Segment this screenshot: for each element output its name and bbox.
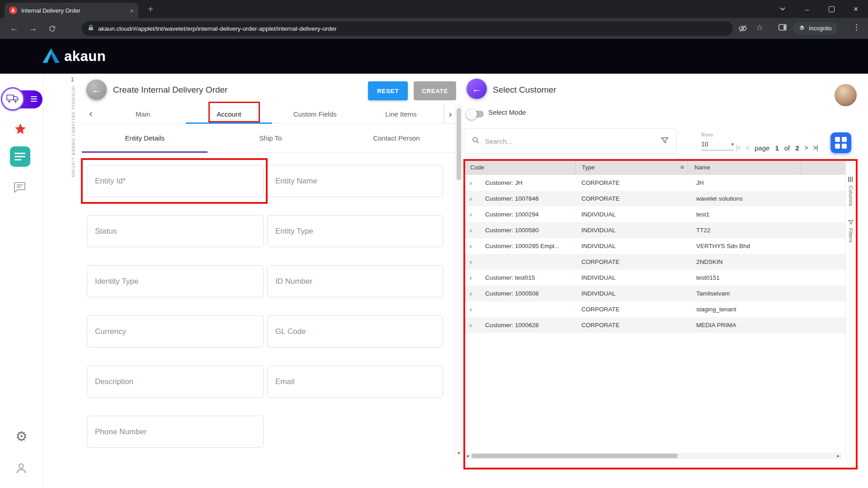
field-label: GL Code	[275, 327, 306, 336]
back-icon[interactable]: ←	[6, 21, 22, 36]
subtab-contact-person[interactable]: Contact Person	[334, 123, 459, 152]
profile-person-icon[interactable]	[15, 462, 28, 476]
form-field[interactable]: Email	[267, 366, 443, 398]
form-field[interactable]: ID Number	[267, 265, 443, 297]
list-app-icon[interactable]	[10, 146, 30, 167]
column-header-type[interactable]: Type ≡	[576, 160, 688, 175]
refresh-icon[interactable]	[44, 21, 60, 36]
row-name: staging_tenant	[688, 306, 801, 313]
next-page-icon[interactable]: >	[805, 144, 808, 151]
tab-search-chevron-icon[interactable]	[770, 0, 795, 18]
filter-icon[interactable]	[660, 136, 669, 146]
table-row[interactable]: › Customer: 1007846 CORPORATE wavelet so…	[464, 191, 845, 206]
row-expand-chevron-icon[interactable]: ›	[464, 273, 477, 282]
tab-account[interactable]: Account	[186, 104, 272, 123]
subtab-entity-details[interactable]: Entity Details	[82, 123, 208, 152]
table-row[interactable]: › Customer: 1000508 INDIVIDUAL Tamilselv…	[464, 286, 845, 301]
row-expand-chevron-icon[interactable]: ›	[464, 210, 477, 219]
page-label: page	[755, 144, 769, 152]
customer-back-button[interactable]: ←	[467, 79, 487, 99]
eye-blocked-icon[interactable]	[738, 24, 747, 33]
table-row[interactable]: › CORPORATE 2NDSKIN	[464, 254, 845, 270]
row-expand-chevron-icon[interactable]: ›	[464, 194, 477, 203]
scroll-down-icon[interactable]: ▾	[455, 450, 462, 455]
create-button[interactable]: CREATE	[414, 81, 456, 100]
table-horizontal-scrollbar[interactable]: ◂ ▸	[464, 453, 842, 459]
table-row[interactable]: › CORPORATE staging_tenant	[464, 301, 845, 317]
table-row[interactable]: › Customer: JH CORPORATE JH	[464, 175, 845, 191]
column-header-code[interactable]: Code	[464, 160, 576, 175]
columns-icon[interactable]	[848, 177, 853, 182]
address-bar[interactable]: akaun.cloud/#/applet/tnt/wavelet/erp/int…	[82, 21, 733, 36]
form-field[interactable]: Currency	[87, 315, 264, 347]
tab-main[interactable]: Main	[100, 104, 186, 123]
logo-text: akaun	[64, 48, 106, 65]
subtab-ship-to[interactable]: Ship To	[208, 123, 333, 152]
last-page-icon[interactable]: >|	[813, 144, 818, 151]
scroll-left-icon[interactable]: ◂	[465, 453, 470, 459]
scrollbar-thumb[interactable]	[472, 454, 678, 458]
scrollbar-thumb[interactable]	[457, 108, 461, 180]
tab-close-icon[interactable]: ×	[130, 7, 134, 14]
new-tab-button[interactable]: +	[144, 2, 157, 16]
table-row[interactable]: › Customer: 1000294 INDIVIDUAL test1	[464, 206, 845, 222]
tab-custom-fields[interactable]: Custom Fields	[272, 104, 358, 123]
reset-button[interactable]: RESET	[368, 81, 408, 100]
akaun-logo[interactable]: akaun	[42, 48, 106, 65]
filters-button[interactable]: Filters	[848, 228, 854, 243]
prev-page-icon[interactable]: <	[746, 144, 749, 151]
row-expand-chevron-icon[interactable]: ›	[464, 258, 477, 267]
row-expand-chevron-icon[interactable]: ›	[464, 321, 477, 330]
table-row[interactable]: › Customer: 1000580 INDIVIDUAL TT22	[464, 222, 845, 238]
maximize-button[interactable]	[819, 0, 844, 18]
tab-line-items[interactable]: Line Items	[358, 104, 444, 123]
select-mode-toggle[interactable]	[467, 111, 484, 117]
field-label: Currency	[95, 327, 126, 336]
side-panel-icon[interactable]	[778, 24, 787, 31]
form-field[interactable]: Entity Name	[267, 165, 443, 197]
listing-tab[interactable]: INTERNAL DELIVERY ORDER LISTING	[69, 86, 78, 190]
row-expand-chevron-icon[interactable]: ›	[464, 305, 477, 314]
first-page-icon[interactable]: |<	[736, 144, 741, 151]
form-back-button[interactable]: ←	[86, 80, 107, 100]
form-field[interactable]: Identity Type	[87, 265, 264, 297]
grid-view-button[interactable]	[830, 132, 851, 153]
filters-funnel-icon[interactable]	[848, 219, 854, 227]
search-input[interactable]	[484, 137, 656, 145]
table-row[interactable]: › Customer: test015 INDIVIDUAL test0151	[464, 270, 845, 286]
browser-menu-icon[interactable]: ⋮	[853, 23, 860, 32]
rows-per-page-select[interactable]: 10 ▾	[701, 138, 734, 150]
table-row[interactable]: › Customer: 1000628 CORPORATE MEDIA PRIM…	[464, 317, 845, 333]
form-field[interactable]: Entity Type	[267, 215, 443, 247]
tabs-scroll-left-icon[interactable]: ‹	[82, 104, 100, 123]
column-header-name[interactable]: Name	[688, 160, 801, 175]
toggle-knob[interactable]	[466, 109, 477, 120]
form-field[interactable]: GL Code	[267, 315, 443, 347]
minimize-button[interactable]: –	[795, 0, 819, 18]
column-menu-icon[interactable]: ≡	[680, 164, 684, 171]
scroll-right-icon[interactable]: ▸	[835, 453, 841, 459]
row-expand-chevron-icon[interactable]: ›	[464, 178, 477, 188]
form-field[interactable]: Description	[87, 366, 264, 398]
delivery-applet-icon[interactable]	[1, 87, 24, 111]
user-avatar[interactable]	[835, 84, 857, 106]
red-app-icon[interactable]	[14, 122, 27, 138]
tabs-scroll-right-icon[interactable]: ›	[444, 104, 456, 123]
row-expand-chevron-icon[interactable]: ›	[464, 242, 477, 251]
table-row[interactable]: › Customer: 1000295 Empl... INDIVIDUAL V…	[464, 238, 845, 254]
row-expand-chevron-icon[interactable]: ›	[464, 226, 477, 235]
dropdown-arrow-icon: ▾	[731, 141, 734, 147]
forward-icon[interactable]: →	[25, 21, 41, 36]
form-field[interactable]: Status	[87, 215, 264, 247]
bookmark-star-icon[interactable]: ☆	[756, 23, 763, 33]
form-field[interactable]: Phone Number	[87, 416, 264, 448]
browser-tab[interactable]: A Internal Delivery Order ×	[5, 3, 138, 18]
settings-gear-icon[interactable]: ⚙	[0, 428, 43, 444]
form-field[interactable]: Entity Id*	[87, 165, 264, 197]
columns-button[interactable]: Columns	[848, 186, 854, 206]
close-window-button[interactable]: ×	[844, 0, 868, 18]
chat-icon[interactable]	[14, 182, 26, 195]
form-scrollbar[interactable]: ▾	[455, 104, 463, 456]
hamburger-menu-icon[interactable]	[31, 96, 37, 102]
row-expand-chevron-icon[interactable]: ›	[464, 289, 477, 298]
